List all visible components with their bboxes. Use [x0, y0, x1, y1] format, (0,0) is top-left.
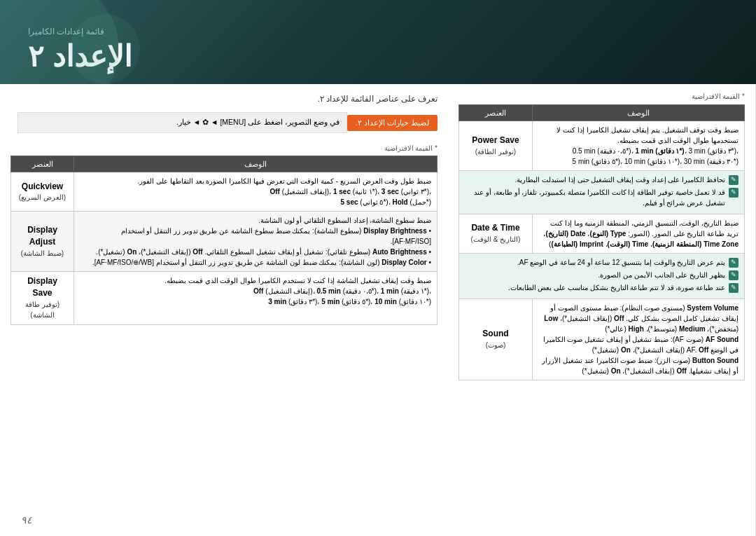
left-table: الوصف العنصر ضبط وقت توقف التشغيل. يتم إ… — [458, 104, 745, 380]
right-footnote: * القيمة الافتراضية — [10, 144, 438, 152]
list-item: تحافظ الكاميرا على إعداد وقت إيقاف التشغ… — [465, 174, 738, 185]
page: قائمة إعدادات الكاميرا الإعداد ٢ * القيم… — [0, 0, 756, 536]
table-row: ضبط التاريخ، الوقت، التنسيق الزمني، المن… — [459, 214, 745, 254]
main-content: * القيمة الافتراضية الوصف العنصر ضبط وقت… — [0, 84, 756, 536]
sound-label: Sound (صوت) — [459, 299, 533, 380]
note-icon — [729, 175, 738, 185]
list-item: يظهر التاريخ على الجانب الأيمن من الصورة… — [465, 270, 738, 280]
date-time-desc: ضبط التاريخ، الوقت، التنسيق الزمني، المن… — [533, 214, 745, 254]
left-col-desc: الوصف — [533, 105, 745, 121]
power-save-note: تحافظ الكاميرا على إعداد وقت إيقاف التشغ… — [459, 171, 745, 214]
list-item: يتم عرض التاريخ والوقت إما بتنسيق 12 ساع… — [465, 257, 738, 268]
note-icon — [729, 188, 738, 198]
header: قائمة إعدادات الكاميرا الإعداد ٢ — [0, 0, 756, 84]
list-item: قد لا تعمل خاصية توفير الطاقة إذا كانت ا… — [465, 187, 738, 208]
left-column: * القيمة الافتراضية الوصف العنصر ضبط وقت… — [448, 84, 756, 536]
right-column: تعرف على عناصر القائمة للإعداد ٢. في وضع… — [0, 84, 448, 536]
display-adjust-desc: ضبط سطوع الشاشة، إعداد السطوع التلقائي أ… — [74, 212, 438, 272]
display-save-desc: ضبط وقت إيقاف تشغيل الشاشة إذا كنت لا تس… — [74, 272, 438, 324]
table-row: System Volume (مستوى صوت النظام): ضبط مس… — [459, 299, 745, 380]
header-subtitle: قائمة إعدادات الكاميرا — [28, 27, 104, 36]
table-row: ضبط سطوع الشاشة، إعداد السطوع التلقائي أ… — [11, 212, 438, 272]
table-row: ضبط وقت توقف التشغيل. يتم إيقاف تشغيل ال… — [459, 121, 745, 171]
note-icon — [729, 283, 738, 293]
table-row-note: يتم عرض التاريخ والوقت إما بتنسيق 12 ساع… — [459, 254, 745, 299]
quickview-label: Quickview (العرض السريع) — [11, 172, 74, 212]
date-time-note: يتم عرض التاريخ والوقت إما بتنسيق 12 ساع… — [459, 254, 745, 299]
page-number: ٩٤ — [21, 514, 32, 525]
display-adjust-label: DisplayAdjust (ضبط الشاشة) — [11, 212, 74, 272]
note-icon — [729, 258, 738, 268]
note-icon — [729, 270, 738, 280]
table-row: ضبط طول وقت العرض السريع - كمية الوقت ال… — [11, 172, 438, 212]
display-save-label: DisplaySave (توفير طاقة الشاشة) — [11, 272, 74, 324]
power-save-label: Power Save (توفير الطاقة) — [459, 121, 533, 171]
left-col-label: العنصر — [459, 105, 533, 121]
right-intro-text: تعرف على عناصر القائمة للإعداد ٢. — [10, 92, 438, 105]
power-save-desc: ضبط وقت توقف التشغيل. يتم إيقاف تشغيل ال… — [533, 121, 745, 171]
setup2-button[interactable]: لضبط خيارات الإعداد ٢. — [347, 115, 438, 131]
date-time-label: Date & Time (التاريخ & الوقت) — [459, 214, 533, 254]
quickview-desc: ضبط طول وقت العرض السريع - كمية الوقت ال… — [74, 172, 438, 212]
list-item: عند طباعة صورة، قد لا تتم طباعة التاريخ … — [465, 282, 738, 293]
sound-desc: System Volume (مستوى صوت النظام): ضبط مس… — [533, 299, 745, 380]
left-footnote: * القيمة الافتراضية — [458, 92, 745, 100]
right-col-desc: الوصف — [74, 156, 438, 172]
menu-hint-box: في وضع التصوير، اضغط على [MENU] ◄ ✿ ◄ خي… — [18, 112, 347, 133]
table-row: ضبط وقت إيقاف تشغيل الشاشة إذا كنت لا تس… — [11, 272, 438, 324]
header-title: الإعداد ٢ — [28, 39, 132, 74]
right-col-label: العنصر — [11, 156, 74, 172]
right-table: الوصف العنصر ضبط طول وقت العرض السريع - … — [10, 156, 438, 324]
table-row-note: تحافظ الكاميرا على إعداد وقت إيقاف التشغ… — [459, 171, 745, 214]
